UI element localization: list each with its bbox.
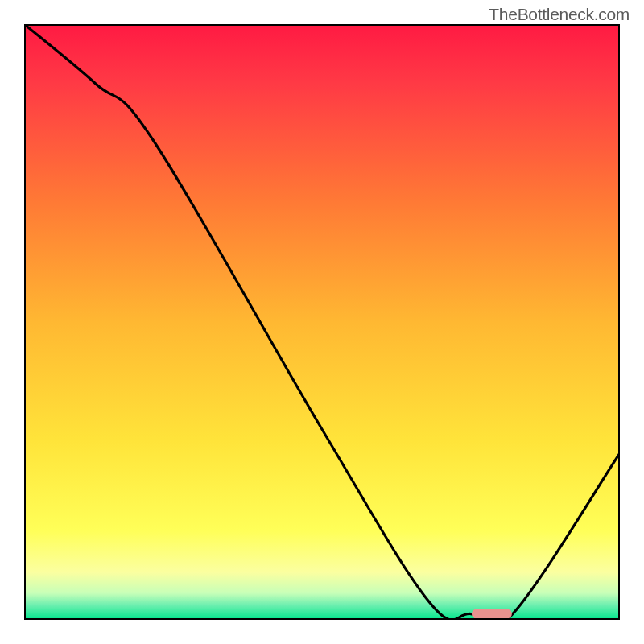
optimal-marker [472,609,512,619]
heat-background [24,24,620,620]
chart-container: TheBottleneck.com [0,0,644,644]
watermark-text: TheBottleneck.com [489,5,630,24]
chart-svg [24,24,620,620]
plot-area [24,24,620,620]
